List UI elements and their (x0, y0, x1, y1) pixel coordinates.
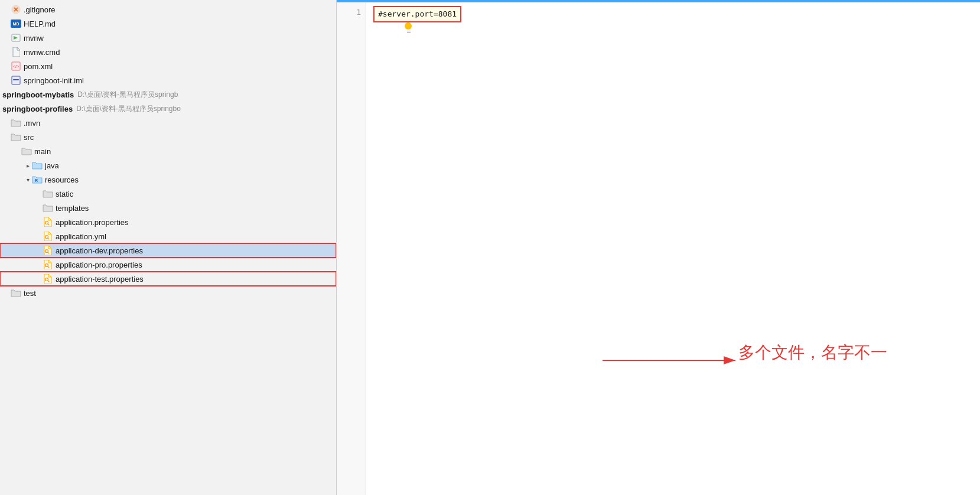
tree-item-label: mvnw.cmd (24, 48, 60, 57)
tree-item-app-dev[interactable]: ▸application-dev.properties (0, 243, 336, 258)
tree-item-label: HELP.md (24, 19, 56, 28)
tree-item-gitignore[interactable]: ▸.gitignore (0, 2, 336, 17)
folder-icon (43, 188, 53, 199)
tree-item-label: application.yml (56, 232, 106, 241)
tree-item-label: resources (45, 175, 79, 184)
tree-item-springboot-iml[interactable]: ▸springboot-init.iml (0, 73, 336, 87)
file-tree-sidebar[interactable]: ▸.gitignore▸MDHELP.md▸mvnw▸mvnw.cmd▸</>p… (0, 0, 337, 495)
bulb-indicator (405, 22, 412, 30)
tree-item-path-hint: D:\桌面\资料-黑马程序员springb (77, 90, 178, 100)
xml-icon: </> (11, 61, 21, 71)
tree-item-java[interactable]: ▸java (0, 158, 336, 172)
tree-item-label: templates (56, 204, 89, 213)
folder-icon (11, 132, 21, 142)
tree-item-src[interactable]: ▸src (0, 130, 336, 144)
tree-item-springboot-mybatis[interactable]: springboot-mybatisD:\桌面\资料-黑马程序员springb (0, 87, 336, 102)
editor-content: 1 #server.port=8081 (337, 2, 980, 495)
editor-area: 1 #server.port=8081 多个文件，名字不一 (337, 0, 980, 495)
tree-item-label: springboot-profiles (2, 105, 73, 113)
tree-item-path-hint: D:\桌面\资料-黑马程序员springbo (76, 104, 181, 114)
properties-icon (43, 245, 53, 256)
tree-item-resources[interactable]: ▾Rresources (0, 172, 336, 187)
chevron-right-icon[interactable]: ▸ (24, 161, 32, 170)
gitignore-icon (11, 4, 21, 15)
svg-text:</>: </> (13, 64, 19, 69)
tree-item-label: main (34, 147, 51, 156)
tree-item-label: application-dev.properties (56, 246, 143, 255)
tree-item-app-pro[interactable]: ▸application-pro.properties (0, 258, 336, 272)
tree-item-mvnw-cmd[interactable]: ▸mvnw.cmd (0, 45, 336, 59)
tree-item-label: src (24, 133, 34, 142)
tree-item-label: java (45, 161, 59, 170)
tree-item-test[interactable]: ▸test (0, 286, 336, 300)
tree-item-label: pom.xml (24, 62, 53, 71)
exec-icon (11, 32, 21, 43)
file-tree: ▸.gitignore▸MDHELP.md▸mvnw▸mvnw.cmd▸</>p… (0, 0, 336, 302)
iml-icon (11, 75, 21, 86)
md-icon: MD (11, 18, 21, 29)
line-numbers: 1 (337, 2, 366, 495)
folder-icon (43, 203, 53, 213)
tree-item-app-properties[interactable]: ▸application.properties (0, 215, 336, 229)
line-number-1: 1 (337, 6, 361, 19)
tree-item-pom-xml[interactable]: ▸</>pom.xml (0, 59, 336, 73)
tree-item-mvn[interactable]: ▸.mvn (0, 116, 336, 130)
svg-text:R: R (35, 178, 38, 183)
folder-icon (11, 118, 21, 128)
file-icon (11, 47, 21, 57)
properties-icon (43, 217, 53, 227)
tree-item-label: springboot-mybatis (2, 90, 74, 99)
tree-item-label: .mvn (24, 119, 40, 128)
properties-icon (43, 259, 53, 270)
chevron-down-icon[interactable]: ▾ (24, 175, 32, 184)
properties-icon (43, 231, 53, 242)
tree-item-label: application.properties (56, 218, 129, 227)
tree-item-springboot-profiles[interactable]: springboot-profilesD:\桌面\资料-黑马程序员springb… (0, 102, 336, 116)
properties-icon (43, 273, 53, 284)
folder-icon (11, 288, 21, 298)
tree-item-main[interactable]: ▸main (0, 144, 336, 158)
bulb-lines (407, 31, 411, 33)
tree-item-app-yml[interactable]: ▸application.yml (0, 229, 336, 243)
code-line-1: #server.port=8081 (373, 6, 461, 22)
folder-blue-icon (32, 160, 43, 171)
tree-item-static[interactable]: ▸static (0, 187, 336, 201)
code-area[interactable]: #server.port=8081 (366, 2, 980, 495)
tree-item-label: application-pro.properties (56, 260, 142, 269)
annotation-text: 多个文件，名字不一 (738, 341, 887, 364)
tree-item-label: application-test.properties (56, 275, 144, 284)
tree-item-label: springboot-init.iml (24, 76, 84, 85)
folder-resources-icon: R (32, 174, 43, 185)
tree-item-label: test (24, 289, 36, 298)
tree-item-mvnw[interactable]: ▸mvnw (0, 31, 336, 45)
tree-item-label: .gitignore (24, 5, 55, 14)
tree-item-templates[interactable]: ▸templates (0, 201, 336, 215)
tree-item-help-md[interactable]: ▸MDHELP.md (0, 17, 336, 31)
tree-item-app-test[interactable]: ▸application-test.properties (0, 272, 336, 286)
tree-item-label: mvnw (24, 34, 44, 43)
tree-item-label: static (56, 190, 73, 198)
folder-icon (21, 146, 32, 157)
svg-rect-8 (13, 79, 19, 80)
